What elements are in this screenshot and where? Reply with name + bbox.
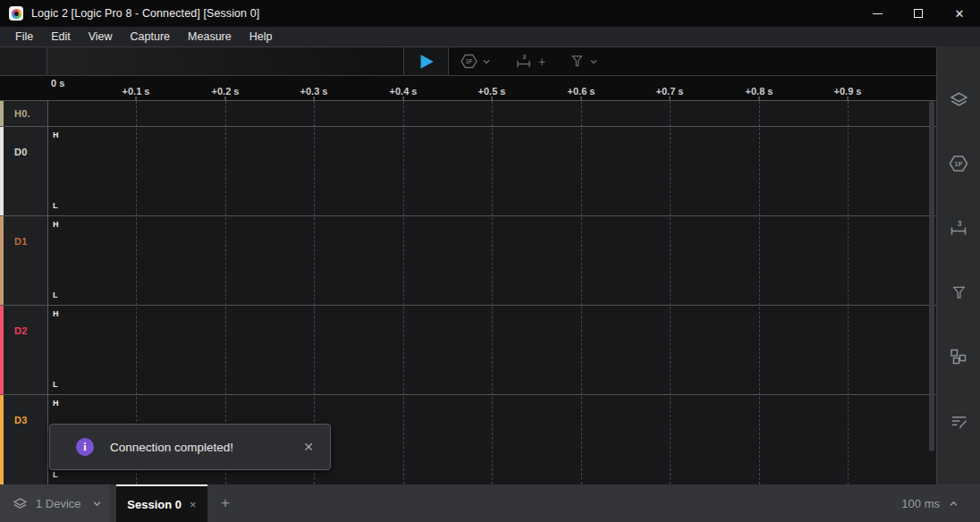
title-bar: Logic 2 [Logic Pro 8 - Connected] [Sessi… <box>0 0 980 27</box>
low-level-label: L <box>53 290 58 299</box>
measurements-icon: 3 <box>948 217 969 242</box>
channel-color-stripe <box>0 101 4 126</box>
close-button[interactable]: ✕ <box>939 0 980 27</box>
timeline-tick: +0.8 s <box>746 86 773 100</box>
toolbar-left-cell <box>0 47 47 75</box>
toast-message: Connection completed! <box>110 441 233 454</box>
session-tab-label: Session 0 <box>127 498 182 511</box>
notes-panel-button[interactable] <box>943 408 974 438</box>
timeline-tick: +0.1 s <box>122 86 150 100</box>
channel-label[interactable]: D1 <box>14 236 27 247</box>
low-level-label: L <box>53 380 58 389</box>
timeline-tick: +0.3 s <box>300 86 328 100</box>
channel-row-h0[interactable]: H0. <box>0 101 936 127</box>
add-measurement-button[interactable]: 3 + <box>514 52 545 71</box>
menu-help[interactable]: Help <box>241 27 282 46</box>
device-selector-label: 1 Device <box>36 497 81 510</box>
toolbar-info-cell <box>47 47 404 75</box>
channel-label[interactable]: D0 <box>14 147 27 157</box>
channel-color-stripe <box>0 306 4 394</box>
low-level-label: L <box>53 470 58 479</box>
analyzers-panel-button[interactable]: 1F <box>943 150 974 181</box>
chevron-down-icon <box>92 499 102 509</box>
timeline-tick: +0.9 s <box>834 86 862 100</box>
channel-color-stripe <box>0 216 4 305</box>
chevron-up-icon <box>949 499 959 509</box>
high-level-label: H <box>53 399 59 408</box>
timeline-ruler[interactable]: 0 s +0.1 s +0.2 s +0.3 s +0.4 s +0.5 s +… <box>0 76 936 101</box>
annotations-dropdown-button[interactable] <box>569 53 598 70</box>
minimize-icon <box>873 13 883 14</box>
menu-file[interactable]: File <box>6 27 42 46</box>
minimize-button[interactable] <box>857 0 898 27</box>
device-layers-icon <box>12 495 29 512</box>
svg-text:1F: 1F <box>954 160 962 168</box>
timeline-tick: +0.5 s <box>478 86 506 100</box>
timeline-tick: +0.4 s <box>390 86 418 100</box>
high-level-label: H <box>53 309 59 318</box>
menu-view[interactable]: View <box>80 27 122 46</box>
info-icon: i <box>76 438 94 456</box>
device-layers-icon <box>948 88 970 114</box>
app-logo-icon <box>9 6 23 21</box>
menu-capture[interactable]: Capture <box>122 27 179 46</box>
timeline-tick: +0.2 s <box>212 86 240 100</box>
measurements-icon: 3 <box>514 52 533 71</box>
channel-label[interactable]: D3 <box>14 415 27 425</box>
timeline-origin-label: 0 s <box>51 78 64 88</box>
plus-icon: + <box>538 55 545 69</box>
new-session-button[interactable]: + <box>221 494 230 512</box>
high-level-label: H <box>53 220 59 229</box>
channel-label[interactable]: D2 <box>14 325 27 336</box>
timescale-value: 100 ms <box>901 497 940 510</box>
maximize-button[interactable] <box>898 0 939 27</box>
menu-measure[interactable]: Measure <box>179 27 241 46</box>
window-controls: ✕ <box>857 0 980 27</box>
timeline-tick: +0.7 s <box>656 86 684 100</box>
capture-toolbar: 1F 3 + <box>0 46 936 76</box>
vertical-scrollbar[interactable] <box>929 101 934 451</box>
bottom-bar: 1 Device Session 0 × + 100 ms <box>0 484 980 522</box>
extensions-panel-button[interactable] <box>943 343 974 374</box>
toolbar-icon-group: 1F 3 + <box>449 47 936 75</box>
notes-pencil-icon <box>949 411 969 435</box>
menu-edit[interactable]: Edit <box>42 27 80 46</box>
devices-panel-button[interactable] <box>943 86 974 116</box>
channel-row-d2[interactable]: D2 H L <box>0 306 936 395</box>
device-selector[interactable]: 1 Device <box>0 484 110 522</box>
menu-bar: File Edit View Capture Measure Help <box>0 27 980 46</box>
play-icon <box>417 52 436 72</box>
funnel-icon <box>569 53 586 70</box>
tab-close-icon[interactable]: × <box>190 498 197 511</box>
channel-label[interactable]: H0. <box>14 108 30 119</box>
annotations-panel-button[interactable] <box>943 279 974 309</box>
analyzers-icon: 1F <box>460 52 478 71</box>
chevron-down-icon <box>482 57 491 66</box>
extensions-icon <box>948 346 969 371</box>
close-icon: ✕ <box>955 8 965 20</box>
toast-close-button[interactable]: ✕ <box>303 440 314 454</box>
notification-toast: i Connection completed! ✕ <box>49 424 331 470</box>
tab-session-0[interactable]: Session 0 × <box>116 484 207 522</box>
analyzers-icon: 1F <box>948 153 969 178</box>
label-column-divider <box>47 101 48 484</box>
chevron-down-icon <box>589 57 598 66</box>
measurements-panel-button[interactable]: 3 <box>943 215 974 245</box>
window-title: Logic 2 [Logic Pro 8 - Connected] [Sessi… <box>31 7 259 20</box>
right-panel-rail: 1F 3 <box>936 46 980 484</box>
svg-text:3: 3 <box>522 53 526 61</box>
maximize-icon <box>914 9 923 18</box>
timeline-tick: +0.6 s <box>568 86 596 100</box>
svg-text:1F: 1F <box>465 58 473 64</box>
high-level-label: H <box>53 130 59 139</box>
channel-color-stripe <box>0 395 4 484</box>
channel-color-stripe <box>0 127 4 215</box>
channel-row-d0[interactable]: D0 H L <box>0 127 936 216</box>
timescale-control[interactable]: 100 ms <box>901 484 959 522</box>
funnel-icon <box>950 283 968 306</box>
channel-row-d1[interactable]: D1 H L <box>0 216 936 306</box>
low-level-label: L <box>53 201 58 210</box>
svg-text:3: 3 <box>958 219 962 228</box>
analyzers-dropdown-button[interactable]: 1F <box>460 52 491 71</box>
start-capture-button[interactable] <box>404 47 449 75</box>
